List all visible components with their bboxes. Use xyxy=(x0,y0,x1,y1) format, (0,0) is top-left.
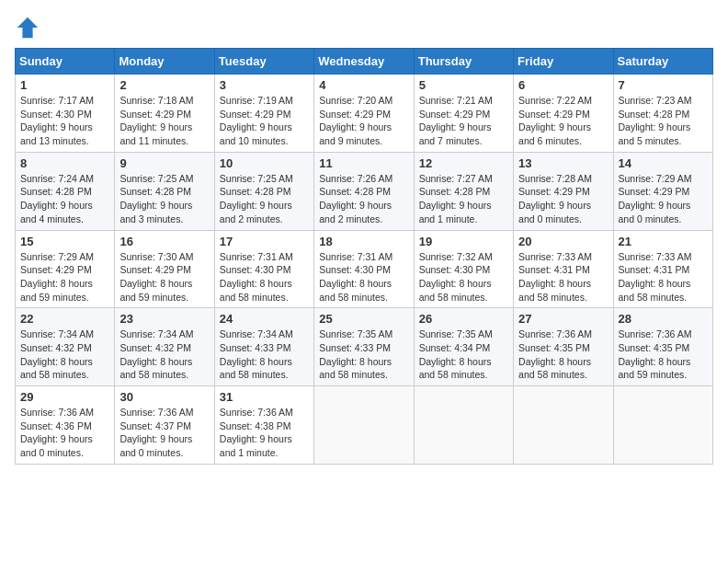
calendar-day-cell xyxy=(613,386,712,465)
day-info: Sunrise: 7:34 AM Sunset: 4:32 PM Dayligh… xyxy=(20,327,109,382)
day-number: 14 xyxy=(619,156,708,170)
calendar-week-row: 8 Sunrise: 7:24 AM Sunset: 4:28 PM Dayli… xyxy=(16,152,713,230)
calendar-day-cell: 25 Sunrise: 7:35 AM Sunset: 4:33 PM Dayl… xyxy=(314,308,414,386)
day-info: Sunrise: 7:36 AM Sunset: 4:38 PM Dayligh… xyxy=(220,406,309,460)
day-number: 26 xyxy=(419,312,508,326)
calendar-day-cell: 8 Sunrise: 7:24 AM Sunset: 4:28 PM Dayli… xyxy=(16,152,115,230)
calendar-day-cell: 9 Sunrise: 7:25 AM Sunset: 4:28 PM Dayli… xyxy=(115,152,214,230)
day-number: 10 xyxy=(220,156,309,170)
day-number: 7 xyxy=(619,78,708,92)
calendar-day-cell: 20 Sunrise: 7:33 AM Sunset: 4:31 PM Dayl… xyxy=(514,230,613,308)
header xyxy=(15,15,713,40)
day-info: Sunrise: 7:18 AM Sunset: 4:29 PM Dayligh… xyxy=(119,94,209,148)
day-number: 1 xyxy=(20,78,109,92)
day-info: Sunrise: 7:32 AM Sunset: 4:30 PM Dayligh… xyxy=(419,250,508,304)
day-info: Sunrise: 7:34 AM Sunset: 4:32 PM Dayligh… xyxy=(119,327,209,382)
day-info: Sunrise: 7:26 AM Sunset: 4:28 PM Dayligh… xyxy=(319,172,408,226)
day-number: 13 xyxy=(518,156,608,170)
calendar-day-cell: 18 Sunrise: 7:31 AM Sunset: 4:30 PM Dayl… xyxy=(314,230,414,308)
day-info: Sunrise: 7:29 AM Sunset: 4:29 PM Dayligh… xyxy=(20,250,109,304)
day-number: 22 xyxy=(20,312,109,326)
calendar-day-cell: 12 Sunrise: 7:27 AM Sunset: 4:28 PM Dayl… xyxy=(414,152,513,230)
calendar-week-row: 1 Sunrise: 7:17 AM Sunset: 4:30 PM Dayli… xyxy=(16,75,713,153)
day-number: 28 xyxy=(619,312,708,326)
calendar-day-cell: 11 Sunrise: 7:26 AM Sunset: 4:28 PM Dayl… xyxy=(314,152,414,230)
day-number: 11 xyxy=(319,156,408,170)
calendar-day-cell: 4 Sunrise: 7:20 AM Sunset: 4:29 PM Dayli… xyxy=(314,75,414,153)
day-info: Sunrise: 7:24 AM Sunset: 4:28 PM Dayligh… xyxy=(20,172,109,226)
calendar-day-cell: 15 Sunrise: 7:29 AM Sunset: 4:29 PM Dayl… xyxy=(16,230,115,308)
calendar-day-cell: 24 Sunrise: 7:34 AM Sunset: 4:33 PM Dayl… xyxy=(214,308,313,386)
weekday-header: Saturday xyxy=(613,49,712,75)
calendar-day-cell: 3 Sunrise: 7:19 AM Sunset: 4:29 PM Dayli… xyxy=(214,75,313,153)
calendar-day-cell: 27 Sunrise: 7:36 AM Sunset: 4:35 PM Dayl… xyxy=(514,308,613,386)
calendar-day-cell: 30 Sunrise: 7:36 AM Sunset: 4:37 PM Dayl… xyxy=(115,386,214,465)
day-number: 19 xyxy=(419,235,508,248)
day-info: Sunrise: 7:28 AM Sunset: 4:29 PM Dayligh… xyxy=(518,172,608,226)
day-info: Sunrise: 7:27 AM Sunset: 4:28 PM Dayligh… xyxy=(419,172,508,226)
weekday-header: Sunday xyxy=(16,49,115,75)
calendar-day-cell: 14 Sunrise: 7:29 AM Sunset: 4:29 PM Dayl… xyxy=(613,152,712,230)
calendar-day-cell: 10 Sunrise: 7:25 AM Sunset: 4:28 PM Dayl… xyxy=(214,152,313,230)
weekday-header: Tuesday xyxy=(214,49,313,75)
calendar-day-cell xyxy=(414,386,513,465)
day-info: Sunrise: 7:36 AM Sunset: 4:37 PM Dayligh… xyxy=(119,406,209,460)
calendar-week-row: 29 Sunrise: 7:36 AM Sunset: 4:36 PM Dayl… xyxy=(16,386,713,465)
day-info: Sunrise: 7:29 AM Sunset: 4:29 PM Dayligh… xyxy=(619,172,708,226)
calendar-day-cell: 31 Sunrise: 7:36 AM Sunset: 4:38 PM Dayl… xyxy=(214,386,313,465)
day-number: 4 xyxy=(319,78,408,92)
logo-icon xyxy=(15,15,40,40)
day-number: 5 xyxy=(419,78,508,92)
day-number: 9 xyxy=(119,156,209,170)
day-info: Sunrise: 7:36 AM Sunset: 4:36 PM Dayligh… xyxy=(20,406,109,460)
day-number: 25 xyxy=(319,312,408,326)
calendar-day-cell: 5 Sunrise: 7:21 AM Sunset: 4:29 PM Dayli… xyxy=(414,75,513,153)
calendar-day-cell: 13 Sunrise: 7:28 AM Sunset: 4:29 PM Dayl… xyxy=(514,152,613,230)
calendar-body: 1 Sunrise: 7:17 AM Sunset: 4:30 PM Dayli… xyxy=(16,75,713,465)
day-info: Sunrise: 7:33 AM Sunset: 4:31 PM Dayligh… xyxy=(619,250,708,304)
day-number: 20 xyxy=(518,235,608,248)
calendar-week-row: 15 Sunrise: 7:29 AM Sunset: 4:29 PM Dayl… xyxy=(16,230,713,308)
day-number: 29 xyxy=(20,390,109,404)
day-info: Sunrise: 7:17 AM Sunset: 4:30 PM Dayligh… xyxy=(20,94,109,148)
day-info: Sunrise: 7:31 AM Sunset: 4:30 PM Dayligh… xyxy=(319,250,408,304)
day-number: 31 xyxy=(220,390,309,404)
calendar-day-cell: 26 Sunrise: 7:35 AM Sunset: 4:34 PM Dayl… xyxy=(414,308,513,386)
calendar-day-cell: 28 Sunrise: 7:36 AM Sunset: 4:35 PM Dayl… xyxy=(613,308,712,386)
day-number: 2 xyxy=(119,78,209,92)
day-info: Sunrise: 7:20 AM Sunset: 4:29 PM Dayligh… xyxy=(319,94,408,148)
calendar-day-cell: 21 Sunrise: 7:33 AM Sunset: 4:31 PM Dayl… xyxy=(613,230,712,308)
calendar-day-cell: 22 Sunrise: 7:34 AM Sunset: 4:32 PM Dayl… xyxy=(16,308,115,386)
weekday-header-row: SundayMondayTuesdayWednesdayThursdayFrid… xyxy=(16,49,713,75)
day-number: 12 xyxy=(419,156,508,170)
day-info: Sunrise: 7:36 AM Sunset: 4:35 PM Dayligh… xyxy=(518,327,608,382)
day-info: Sunrise: 7:36 AM Sunset: 4:35 PM Dayligh… xyxy=(619,327,708,382)
day-number: 30 xyxy=(119,390,209,404)
calendar-day-cell: 29 Sunrise: 7:36 AM Sunset: 4:36 PM Dayl… xyxy=(16,386,115,465)
calendar-day-cell: 19 Sunrise: 7:32 AM Sunset: 4:30 PM Dayl… xyxy=(414,230,513,308)
weekday-header: Thursday xyxy=(414,49,513,75)
weekday-header: Wednesday xyxy=(314,49,414,75)
calendar-day-cell: 1 Sunrise: 7:17 AM Sunset: 4:30 PM Dayli… xyxy=(16,75,115,153)
calendar-day-cell xyxy=(314,386,414,465)
calendar-day-cell: 6 Sunrise: 7:22 AM Sunset: 4:29 PM Dayli… xyxy=(514,75,613,153)
calendar-week-row: 22 Sunrise: 7:34 AM Sunset: 4:32 PM Dayl… xyxy=(16,308,713,386)
svg-marker-0 xyxy=(17,17,38,38)
day-number: 18 xyxy=(319,235,408,248)
day-info: Sunrise: 7:22 AM Sunset: 4:29 PM Dayligh… xyxy=(518,94,608,148)
calendar-day-cell: 16 Sunrise: 7:30 AM Sunset: 4:29 PM Dayl… xyxy=(115,230,214,308)
day-info: Sunrise: 7:33 AM Sunset: 4:31 PM Dayligh… xyxy=(518,250,608,304)
day-info: Sunrise: 7:30 AM Sunset: 4:29 PM Dayligh… xyxy=(119,250,209,304)
calendar-day-cell: 17 Sunrise: 7:31 AM Sunset: 4:30 PM Dayl… xyxy=(214,230,313,308)
weekday-header: Friday xyxy=(514,49,613,75)
day-number: 3 xyxy=(220,78,309,92)
day-number: 27 xyxy=(518,312,608,326)
calendar-day-cell xyxy=(514,386,613,465)
day-number: 17 xyxy=(220,235,309,248)
day-info: Sunrise: 7:25 AM Sunset: 4:28 PM Dayligh… xyxy=(220,172,309,226)
day-number: 16 xyxy=(119,235,209,248)
day-info: Sunrise: 7:25 AM Sunset: 4:28 PM Dayligh… xyxy=(119,172,209,226)
calendar-day-cell: 2 Sunrise: 7:18 AM Sunset: 4:29 PM Dayli… xyxy=(115,75,214,153)
day-info: Sunrise: 7:35 AM Sunset: 4:34 PM Dayligh… xyxy=(419,327,508,382)
weekday-header: Monday xyxy=(115,49,214,75)
